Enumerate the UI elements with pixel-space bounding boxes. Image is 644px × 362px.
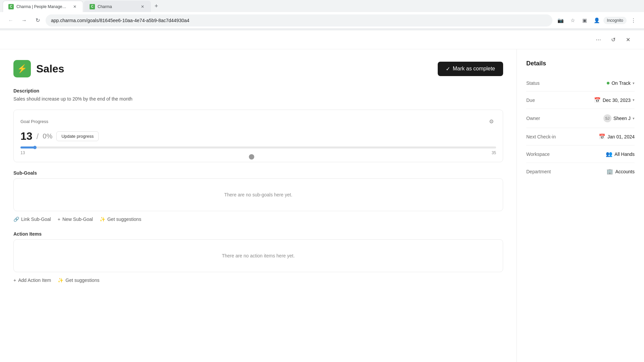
- address-text: app.charma.com/goals/81645ee6-10aa-4e74-…: [51, 18, 190, 23]
- sub-goals-section: Sub-Goals There are no sub-goals here ye…: [13, 170, 503, 223]
- action-items-empty: There are no action items here yet.: [13, 239, 503, 272]
- progress-range-max: 35: [492, 150, 496, 155]
- tab-inactive[interactable]: C Charma ✕: [84, 1, 151, 12]
- progress-header: Goal Progress ⚙: [20, 117, 496, 126]
- action-items-section: Action Items There are no action items h…: [13, 231, 503, 284]
- status-key: Status: [526, 80, 540, 86]
- new-sub-goal-button[interactable]: + New Sub-Goal: [58, 215, 93, 223]
- detail-row-department: Department 🏢 Accounts: [526, 163, 635, 180]
- goal-icon-symbol: ⚡: [17, 64, 27, 73]
- goal-header: ⚡ Sales ✓ Mark as complete: [13, 60, 503, 77]
- goal-icon: ⚡: [13, 60, 31, 77]
- progress-range: 13 35: [20, 150, 496, 155]
- detail-row-workspace: Workspace 👥 All Hands: [526, 145, 635, 163]
- add-action-item-button[interactable]: + Add Action Item: [13, 276, 51, 284]
- department-value[interactable]: 🏢 Accounts: [606, 168, 635, 175]
- department-icon: 🏢: [606, 168, 613, 175]
- detail-row-checkin: Next Check-in 📅 Jan 01, 2024: [526, 128, 635, 145]
- calendar-icon: 📅: [594, 97, 601, 103]
- sub-goals-actions: 🔗 Link Sub-Goal + New Sub-Goal ✨ Get sug…: [13, 215, 503, 223]
- close-icon: ✕: [626, 37, 630, 43]
- department-label: Accounts: [615, 169, 635, 174]
- sub-goals-empty-text: There are no sub-goals here yet.: [224, 192, 292, 197]
- link-icon: 🔗: [13, 217, 19, 222]
- history-button[interactable]: ↺: [608, 34, 619, 45]
- mark-complete-button[interactable]: ✓ Mark as complete: [438, 62, 503, 76]
- progress-percent: 0%: [43, 132, 52, 140]
- update-progress-button[interactable]: Update progress: [56, 131, 99, 141]
- owner-value[interactable]: SJ Sheen J ▾: [603, 114, 635, 122]
- new-sub-goal-label: New Sub-Goal: [62, 217, 93, 222]
- top-action-bar: ⋯ ↺ ✕: [0, 30, 644, 49]
- address-bar[interactable]: app.charma.com/goals/81645ee6-10aa-4e74-…: [46, 14, 552, 26]
- checkin-key: Next Check-in: [526, 134, 556, 139]
- sparkle-icon: ✨: [100, 217, 105, 222]
- back-button[interactable]: ←: [5, 15, 16, 26]
- progress-range-min: 13: [20, 150, 25, 155]
- tab-title-1: Charma | People Management S: [16, 4, 69, 9]
- checkin-value[interactable]: 📅 Jan 01, 2024: [599, 133, 635, 140]
- profile-icon[interactable]: 👤: [591, 15, 602, 26]
- history-icon: ↺: [611, 37, 615, 43]
- detail-row-owner: Owner SJ Sheen J ▾: [526, 109, 635, 128]
- checkin-calendar-icon: 📅: [599, 133, 605, 140]
- due-value[interactable]: 📅 Dec 30, 2023 ▾: [594, 97, 635, 103]
- tab-close-1[interactable]: ✕: [72, 4, 77, 9]
- workspace-key: Workspace: [526, 152, 550, 157]
- workspace-value[interactable]: 👥 All Hands: [606, 151, 635, 157]
- details-title: Details: [526, 60, 635, 67]
- get-suggestions-label: Get suggestions: [107, 217, 141, 222]
- action-get-suggestions-label: Get suggestions: [65, 278, 99, 283]
- due-label: Dec 30, 2023: [603, 98, 631, 103]
- due-chevron-icon: ▾: [633, 98, 635, 102]
- camera-icon[interactable]: 📷: [555, 15, 566, 26]
- bookmark-icon[interactable]: ☆: [567, 15, 578, 26]
- detail-row-due: Due 📅 Dec 30, 2023 ▾: [526, 92, 635, 109]
- tab-close-2[interactable]: ✕: [140, 4, 145, 9]
- progress-bar-dot: [33, 146, 37, 149]
- close-button[interactable]: ✕: [623, 34, 633, 45]
- more-options-button[interactable]: ⋯: [593, 34, 604, 45]
- description-text: Sales should increase up to 20% by the e…: [13, 96, 503, 102]
- more-options-icon: ⋯: [596, 37, 601, 43]
- goal-title-row: ⚡ Sales: [13, 60, 64, 77]
- mark-complete-label: Mark as complete: [453, 66, 495, 72]
- status-dot: [607, 82, 609, 84]
- update-progress-label: Update progress: [61, 134, 94, 139]
- progress-settings-button[interactable]: ⚙: [487, 117, 496, 126]
- plus-icon: +: [58, 217, 60, 222]
- progress-bar-track: [20, 146, 496, 148]
- avatar: SJ: [603, 114, 611, 122]
- left-content: ⚡ Sales ✓ Mark as complete Description S…: [0, 49, 517, 362]
- tab-active[interactable]: C Charma | People Management S ✕: [3, 1, 83, 12]
- tab-favicon-2: C: [90, 4, 95, 9]
- owner-key: Owner: [526, 116, 540, 121]
- reload-button[interactable]: ↻: [32, 15, 43, 26]
- status-value[interactable]: On Track ▾: [607, 80, 635, 86]
- action-items-actions: + Add Action Item ✨ Get suggestions: [13, 276, 503, 284]
- workspace-label: All Hands: [614, 152, 635, 157]
- sub-goals-empty: There are no sub-goals here yet.: [13, 178, 503, 211]
- check-icon: ✓: [446, 66, 450, 72]
- owner-chevron-icon: ▾: [633, 116, 635, 121]
- get-suggestions-button[interactable]: ✨ Get suggestions: [100, 215, 141, 223]
- link-sub-goal-button[interactable]: 🔗 Link Sub-Goal: [13, 215, 51, 223]
- action-get-suggestions-button[interactable]: ✨ Get suggestions: [58, 276, 99, 284]
- forward-button[interactable]: →: [19, 15, 30, 26]
- add-icon: +: [13, 278, 16, 283]
- menu-button[interactable]: ⋮: [628, 15, 639, 26]
- workspace-icon: 👥: [606, 151, 612, 157]
- tab-title-2: Charma: [98, 4, 137, 9]
- description-section: Description Sales should increase up to …: [13, 88, 503, 102]
- detail-row-status: Status On Track ▾: [526, 75, 635, 92]
- incognito-button[interactable]: Incognito: [603, 17, 627, 24]
- progress-bar-container: [20, 146, 496, 148]
- department-key: Department: [526, 169, 551, 174]
- browser-layout-icon[interactable]: ▣: [579, 15, 590, 26]
- status-label: On Track: [611, 80, 631, 86]
- description-label: Description: [13, 88, 503, 94]
- link-sub-goal-label: Link Sub-Goal: [21, 217, 51, 222]
- progress-bar-fill: [20, 146, 35, 148]
- progress-separator: /: [37, 132, 39, 141]
- new-tab-button[interactable]: +: [152, 1, 161, 11]
